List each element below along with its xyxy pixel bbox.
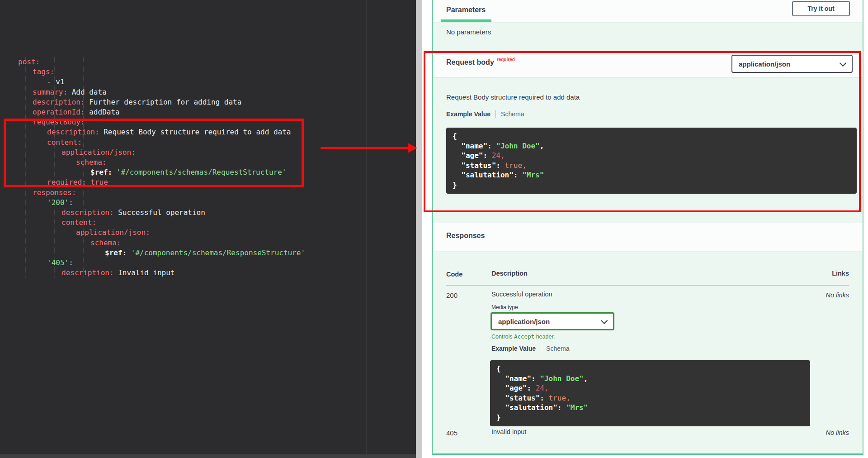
code-line: "name": "John Doe", — [453, 141, 857, 151]
code-line: summary: Add data — [0, 87, 416, 97]
code-token: Add data — [67, 88, 107, 96]
code-token: required: — [47, 178, 86, 186]
hint-suffix: header. — [534, 334, 555, 340]
yaml-editor[interactable]: post:tags:- v1summary: Add datadescripti… — [0, 0, 416, 458]
code-token: summary: — [33, 88, 67, 96]
code-token: content: — [61, 218, 96, 227]
code-line: '405': — [0, 258, 416, 268]
code-token: "age": — [496, 384, 536, 392]
response-example-json: { "name": "John Doe", "age": 24, "status… — [490, 360, 810, 426]
code-line: application/json: — [0, 228, 416, 238]
code-token: $ref: — [105, 248, 127, 257]
code-line: application/json: — [0, 148, 416, 157]
request-content-type-select[interactable]: application/json — [731, 55, 853, 73]
code-line: '200': — [0, 198, 416, 208]
code-token: : — [69, 198, 73, 207]
code-line: $ref: '#/components/schemas/ResponseStru… — [0, 248, 416, 258]
tab-parameters[interactable]: Parameters — [446, 6, 486, 14]
example-schema-tabs: Example Value Schema — [491, 345, 569, 352]
column-header-description: Description — [491, 270, 528, 277]
code-token: "salutation": — [496, 403, 566, 412]
code-line: { — [453, 131, 857, 141]
code-line: "name": "John Doe", — [496, 374, 810, 384]
code-token: "Mrs" — [522, 171, 544, 179]
code-token: "John Doe" — [540, 374, 583, 383]
parameters-section-header: Parameters Try it out — [433, 0, 863, 22]
code-line: operationId: addData — [0, 107, 416, 117]
code-token: true — [86, 178, 108, 186]
tab-example-value[interactable]: Example Value — [491, 345, 536, 352]
editor-vertical-scrollbar[interactable] — [416, 0, 422, 458]
code-token: content: — [47, 138, 82, 147]
tab-schema[interactable]: Schema — [501, 110, 524, 118]
responses-title: Responses — [446, 232, 485, 240]
response-description-200: Successful operation — [491, 291, 552, 298]
code-token: description: — [47, 128, 99, 136]
code-token: '#/components/schemas/ResponseStructure' — [127, 248, 305, 257]
request-body-description: Request Body structure required to add d… — [446, 93, 580, 101]
code-line: - v1 — [0, 77, 416, 87]
code-line: } — [453, 180, 857, 190]
code-line: content: — [0, 218, 416, 228]
code-token: responses: — [33, 188, 76, 197]
code-token: true, — [505, 161, 527, 170]
code-token: description: — [61, 208, 114, 217]
code-token: tags: — [33, 67, 54, 76]
code-token: '200' — [47, 198, 69, 207]
code-token: "John Doe" — [496, 142, 539, 150]
hint-accept-code: Accept — [514, 333, 534, 340]
code-token: } — [496, 413, 501, 422]
request-content-type-value: application/json — [739, 60, 790, 68]
code-token: : — [69, 258, 73, 267]
media-type-label: Media type — [491, 304, 518, 310]
code-line: content: — [0, 138, 416, 148]
code-line: responses: — [0, 188, 416, 198]
code-token: "name": — [496, 374, 540, 383]
code-line: { — [496, 364, 810, 374]
code-token: Successful operation — [114, 208, 205, 217]
yaml-code: post:tags:- v1summary: Add datadescripti… — [0, 0, 416, 278]
code-line: schema: — [0, 157, 416, 167]
code-token: post: — [18, 57, 40, 66]
code-line: "status": true, — [453, 161, 857, 171]
code-line: $ref: '#/components/schemas/RequestStruc… — [0, 167, 416, 177]
code-token: , — [540, 142, 544, 150]
code-token: - v1 — [47, 77, 65, 86]
response-media-type-value: application/json — [498, 318, 550, 325]
code-token: "Mrs" — [566, 403, 588, 412]
request-body-label: Request body — [446, 58, 494, 66]
editor-horizontal-scrollbar[interactable] — [0, 454, 416, 458]
table-header-divider — [446, 285, 849, 286]
response-media-type-select[interactable]: application/json — [491, 312, 614, 330]
code-line: description: Successful operation — [0, 208, 416, 218]
response-links-405: No links — [826, 429, 849, 436]
code-token: { — [453, 132, 457, 140]
code-token: $ref: — [90, 168, 112, 177]
try-it-out-button[interactable]: Try it out — [792, 1, 850, 16]
code-token: Invalid input — [114, 268, 175, 277]
example-schema-tabs: Example Value Schema — [446, 110, 524, 118]
required-badge: required — [497, 57, 515, 62]
controls-accept-header-hint: Controls Accept header. — [491, 333, 555, 340]
tab-schema[interactable]: Schema — [546, 345, 569, 352]
code-token: Request Body structure required to add d… — [99, 128, 291, 136]
code-line: requestBody: — [0, 117, 416, 127]
parameters-tab-underline — [441, 19, 491, 22]
column-header-code: Code — [446, 271, 462, 278]
code-token: "salutation": — [453, 171, 522, 179]
code-line: "salutation": "Mrs" — [496, 403, 810, 413]
code-token: Further description for adding data — [85, 98, 242, 106]
response-links-200: No links — [826, 291, 849, 299]
code-token: '405' — [47, 258, 69, 267]
request-body-title: Request bodyrequired — [446, 58, 515, 67]
code-line: post: — [0, 57, 416, 67]
code-token: addData — [85, 108, 120, 116]
code-line: "age": 24, — [453, 151, 857, 161]
code-token: 24, — [536, 384, 549, 392]
code-line: "status": true, — [496, 393, 810, 403]
tab-example-value[interactable]: Example Value — [446, 110, 491, 118]
code-token: "age": — [453, 151, 492, 160]
code-token: } — [453, 181, 457, 189]
code-token: "status": — [453, 161, 505, 170]
hint-prefix: Controls — [491, 334, 514, 340]
